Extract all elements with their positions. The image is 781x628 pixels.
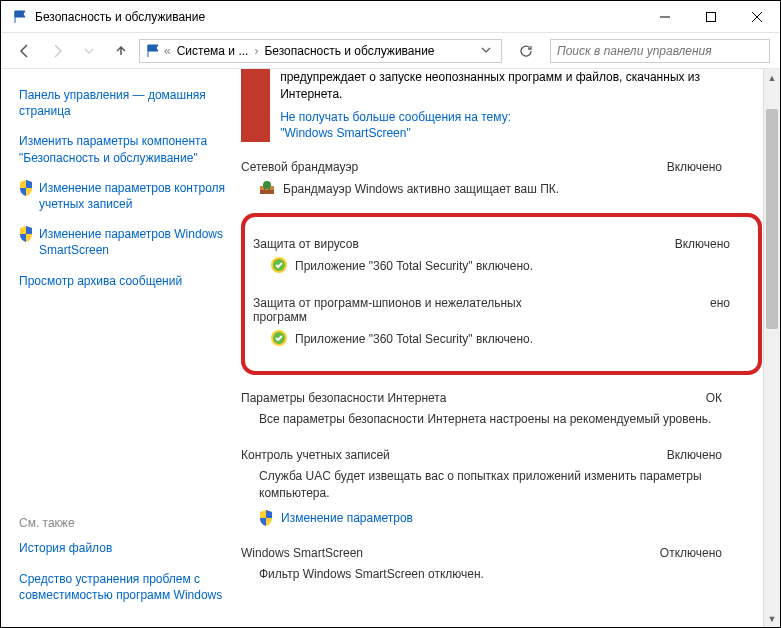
navbar: « Система и ... › Безопасность и обслужи… xyxy=(1,33,780,69)
close-button[interactable] xyxy=(734,1,780,33)
ss-label: Windows SmartScreen xyxy=(241,546,363,560)
maximize-button[interactable] xyxy=(688,1,734,33)
breadcrumb-flag-icon xyxy=(146,44,160,58)
notice-link-smartscreen[interactable]: "Windows SmartScreen" xyxy=(280,126,411,140)
inet-label: Параметры безопасности Интернета xyxy=(241,391,446,405)
sidebar-link-troubleshoot[interactable]: Средство устранения проблем с совместимо… xyxy=(19,571,231,603)
security-flag-icon xyxy=(13,10,27,24)
virus-label: Защита от вирусов xyxy=(253,237,359,251)
spyware-label: Защита от программ-шпионов и нежелательн… xyxy=(253,296,553,324)
virus-status: Включено xyxy=(675,237,730,251)
sidebar-link-smartscreen[interactable]: Изменение параметров Windows SmartScreen xyxy=(39,226,231,258)
shield-icon xyxy=(259,510,273,526)
firewall-label: Сетевой брандмауэр xyxy=(241,160,358,174)
check-icon xyxy=(271,330,287,349)
uac-status: Включено xyxy=(667,448,722,462)
virus-sub: Приложение "360 Total Security" включено… xyxy=(295,258,533,275)
smartscreen-notice: предупреждает о запуске неопознанных про… xyxy=(241,69,762,142)
firewall-icon xyxy=(259,180,275,199)
shield-icon xyxy=(19,226,33,242)
scroll-down-button[interactable]: ▼ xyxy=(764,610,780,627)
breadcrumb-item-system[interactable]: Система и ... xyxy=(173,44,253,58)
inet-sub: Все параметры безопасности Интернета нас… xyxy=(259,411,711,428)
chevron-right-icon: › xyxy=(252,44,260,58)
breadcrumb-dropdown-icon[interactable] xyxy=(475,44,497,58)
ss-sub: Фильтр Windows SmartScreen отключен. xyxy=(259,566,484,583)
uac-sub: Служба UAC будет извещать вас о попытках… xyxy=(259,468,762,502)
svg-point-8 xyxy=(263,181,271,189)
scroll-thumb[interactable] xyxy=(766,109,778,329)
sidebar-link-change-params[interactable]: Изменить параметры компонента "Безопасно… xyxy=(19,133,231,165)
notice-red-bar xyxy=(241,69,270,142)
main-content: предупреждает о запуске неопознанных про… xyxy=(241,69,780,627)
svg-rect-1 xyxy=(707,12,716,21)
spyware-status: ено xyxy=(710,296,730,324)
ss-status: Отключено xyxy=(660,546,722,560)
section-uac: Контроль учетных записей Включено Служба… xyxy=(241,444,762,532)
shield-icon xyxy=(19,180,33,196)
back-button[interactable] xyxy=(11,37,39,65)
sidebar: Панель управления — домашняя страница Из… xyxy=(1,69,241,627)
body: Панель управления — домашняя страница Из… xyxy=(1,69,780,627)
section-smartscreen: Windows SmartScreen Отключено Фильтр Win… xyxy=(241,542,762,589)
chevron-right-icon: « xyxy=(162,44,173,58)
uac-change-link[interactable]: Изменение параметров xyxy=(281,511,413,525)
scroll-up-button[interactable]: ▲ xyxy=(764,69,780,86)
notice-text: предупреждает о запуске неопознанных про… xyxy=(280,70,700,101)
uac-label: Контроль учетных записей xyxy=(241,448,390,462)
section-spyware: Защита от программ-шпионов и нежелательн… xyxy=(253,292,750,355)
up-button[interactable] xyxy=(107,37,135,65)
spyware-sub: Приложение "360 Total Security" включено… xyxy=(295,331,533,348)
sidebar-link-uac[interactable]: Изменение параметров контроля учетных за… xyxy=(39,180,231,212)
notice-link-no-more[interactable]: Не получать больше сообщения на тему: xyxy=(280,109,752,126)
titlebar: Безопасность и обслуживание xyxy=(1,1,780,33)
forward-button[interactable] xyxy=(43,37,71,65)
sidebar-link-home[interactable]: Панель управления — домашняя страница xyxy=(19,87,231,119)
check-icon xyxy=(271,257,287,276)
firewall-status: Включено xyxy=(667,160,722,174)
sidebar-link-file-history[interactable]: История файлов xyxy=(19,540,231,556)
window-title: Безопасность и обслуживание xyxy=(35,10,642,24)
section-internet-security: Параметры безопасности Интернета ОК Все … xyxy=(241,387,762,434)
sidebar-link-archive[interactable]: Просмотр архива сообщений xyxy=(19,273,231,289)
refresh-button[interactable] xyxy=(512,37,540,65)
highlighted-block: Защита от вирусов Включено Приложение "3… xyxy=(241,213,762,375)
section-firewall: Сетевой брандмауэр Включено Брандмауэр W… xyxy=(241,156,762,205)
minimize-button[interactable] xyxy=(642,1,688,33)
search-box[interactable] xyxy=(550,39,770,63)
firewall-sub: Брандмауэр Windows активно защищает ваш … xyxy=(283,181,559,198)
vertical-scrollbar[interactable]: ▲ ▼ xyxy=(763,69,780,627)
recent-dropdown[interactable] xyxy=(75,37,103,65)
search-input[interactable] xyxy=(557,44,763,58)
inet-status: ОК xyxy=(706,391,722,405)
see-also-heading: См. также xyxy=(19,516,231,530)
section-virus: Защита от вирусов Включено Приложение "3… xyxy=(253,233,750,282)
window-root: Безопасность и обслуживание « С xyxy=(0,0,781,628)
breadcrumb-item-security[interactable]: Безопасность и обслуживание xyxy=(260,44,438,58)
breadcrumb[interactable]: « Система и ... › Безопасность и обслужи… xyxy=(139,39,502,63)
